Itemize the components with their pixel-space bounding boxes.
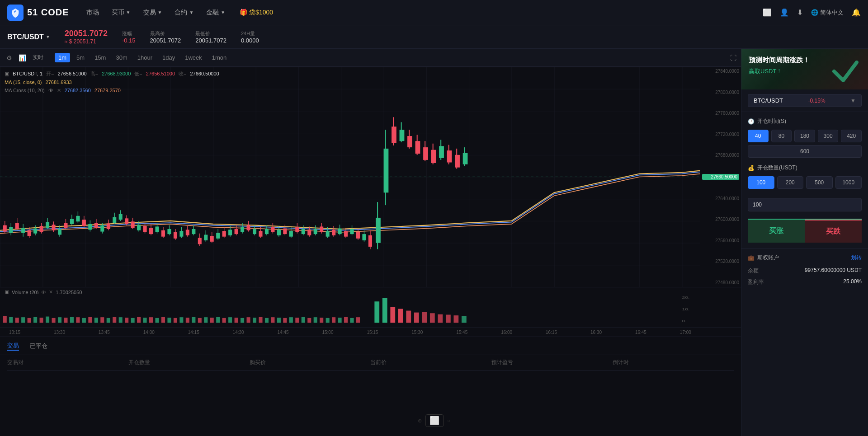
svg-rect-49: [143, 226, 147, 232]
bottom-tabs: 交易 已平仓: [0, 337, 741, 355]
tf-1day[interactable]: 1day: [159, 53, 179, 62]
time-options: 40 80 180 300 420 600: [748, 130, 862, 158]
svg-rect-27: [76, 216, 80, 222]
svg-rect-217: [446, 315, 451, 323]
nav-buy[interactable]: 买币 ▼: [105, 9, 137, 17]
svg-rect-37: [107, 223, 110, 229]
svg-rect-164: [94, 318, 98, 323]
download-icon[interactable]: ⬇: [797, 8, 803, 17]
time-opt-300[interactable]: 300: [818, 130, 839, 142]
svg-rect-181: [198, 318, 202, 323]
tf-1m[interactable]: 1m: [55, 53, 70, 62]
left-panel: ⚙ 📊 实时 1m 5m 15m 30m 1hour 1day 1week 1m…: [0, 49, 741, 436]
svg-text:20.: 20.: [682, 295, 690, 299]
user-icon[interactable]: 👤: [780, 8, 789, 17]
prediction-banner: 预测时间周期涨跌！ 赢取USDT！: [741, 49, 868, 89]
svg-rect-184: [216, 317, 220, 323]
time-opt-180[interactable]: 180: [794, 130, 815, 142]
svg-rect-7: [15, 223, 19, 229]
svg-rect-139: [431, 150, 436, 163]
amount-opt-500[interactable]: 500: [806, 176, 833, 189]
language-button[interactable]: 🌐 简体中文: [811, 9, 844, 17]
svg-rect-170: [131, 318, 135, 323]
indicator-icon[interactable]: 📊: [17, 52, 28, 63]
svg-rect-211: [398, 309, 403, 323]
svg-rect-199: [307, 318, 311, 323]
svg-rect-97: [289, 231, 293, 237]
time-opt-80[interactable]: 80: [771, 130, 792, 142]
tf-15m[interactable]: 15m: [91, 53, 109, 62]
pair-selector-section: BTC/USDT -0.15% ▼: [741, 89, 868, 112]
svg-rect-21: [58, 229, 61, 235]
balance-label: 余额: [748, 267, 759, 275]
open-amount-title: 💰 开仓数量(USDT): [748, 164, 862, 172]
svg-rect-73: [216, 233, 220, 239]
svg-rect-216: [438, 314, 443, 323]
amount-opt-200[interactable]: 200: [777, 176, 804, 189]
balance-value: 99757.60000000 USDT: [805, 267, 862, 275]
svg-rect-158: [58, 317, 61, 323]
svg-rect-145: [455, 155, 460, 168]
nav-trade[interactable]: 交易 ▼: [137, 9, 169, 17]
expand-icon[interactable]: ⛶: [730, 54, 736, 61]
realtime-btn[interactable]: 实时: [31, 52, 45, 63]
svg-text:0.: 0.: [682, 319, 687, 323]
tf-1mon[interactable]: 1mon: [208, 53, 231, 62]
transfer-button[interactable]: 划转: [851, 254, 862, 262]
svg-rect-192: [265, 318, 269, 323]
time-opt-40[interactable]: 40: [748, 130, 769, 142]
monitor-icon[interactable]: ⬜: [763, 8, 772, 17]
tab-trade[interactable]: 交易: [7, 342, 19, 351]
buy-long-button[interactable]: 买涨: [748, 220, 805, 243]
bottom-panel: 交易 已平仓 交易对 开仓数量 购买价 当前价 预计盈亏 倒计时: [0, 337, 741, 436]
tf-1week[interactable]: 1week: [181, 53, 206, 62]
svg-rect-11: [28, 230, 31, 236]
floating-hint: ⊕ ⬜ ○: [418, 414, 450, 427]
pair-selector-ticker[interactable]: BTC/USDT ▼: [7, 33, 50, 41]
time-opt-600[interactable]: 600: [748, 145, 862, 158]
tf-30m[interactable]: 30m: [112, 53, 131, 62]
checkmark-svg: [827, 53, 863, 89]
svg-rect-137: [423, 147, 428, 160]
svg-rect-63: [186, 230, 189, 235]
amount-opt-100[interactable]: 100: [748, 176, 774, 189]
nav-contract[interactable]: 合约 ▼: [168, 9, 200, 17]
tab-closed[interactable]: 已平仓: [30, 342, 47, 350]
tf-1hour[interactable]: 1hour: [134, 53, 156, 62]
time-labels: 13:15 13:30 13:45 14:00 14:15 14:30 14:4…: [5, 329, 696, 336]
amount-opt-1000[interactable]: 1000: [835, 176, 862, 189]
svg-rect-81: [241, 227, 244, 232]
logo-svg: [10, 8, 20, 18]
bottom-content: 交易对 开仓数量 购买价 当前价 预计盈亏 倒计时: [0, 355, 741, 370]
svg-rect-47: [137, 225, 141, 230]
settings-icon[interactable]: ⚙: [5, 52, 14, 63]
svg-rect-91: [271, 227, 274, 232]
svg-rect-19: [52, 225, 55, 230]
macross-close: ✕: [57, 86, 61, 95]
nav-buy-arrow: ▼: [126, 10, 131, 15]
time-axis: 13:15 13:30 13:45 14:00 14:15 14:30 14:4…: [0, 328, 741, 337]
sell-short-button[interactable]: 买跌: [805, 220, 862, 243]
svg-rect-115: [344, 231, 348, 237]
notification-icon[interactable]: 🔔: [852, 8, 861, 17]
nav-gift[interactable]: 🎁 袋$1000: [233, 9, 279, 17]
open-time-title: 🕐 开仓时间(S): [748, 117, 862, 125]
pair-select-button[interactable]: BTC/USDT -0.15% ▼: [748, 94, 862, 107]
table-header: 交易对 开仓数量 购买价 当前价 预计盈亏 倒计时: [7, 355, 734, 370]
logo-icon: [7, 5, 24, 21]
selected-pair-name: BTC/USDT: [754, 97, 783, 104]
ticker-vol-group: 24H量 0.0000: [241, 30, 259, 44]
time-opt-420[interactable]: 420: [841, 130, 862, 142]
svg-rect-188: [241, 318, 244, 323]
svg-rect-187: [235, 318, 238, 323]
svg-rect-166: [107, 318, 110, 323]
logo-text: 51 CODE: [27, 7, 69, 18]
svg-rect-29: [82, 220, 86, 226]
nav-market[interactable]: 市场: [80, 9, 105, 17]
nav-contract-arrow: ▼: [189, 10, 193, 15]
svg-rect-143: [447, 150, 452, 162]
tf-5m[interactable]: 5m: [73, 53, 88, 62]
svg-rect-61: [179, 231, 183, 237]
amount-input[interactable]: [748, 198, 862, 211]
nav-finance[interactable]: 金融 ▼: [200, 9, 231, 17]
